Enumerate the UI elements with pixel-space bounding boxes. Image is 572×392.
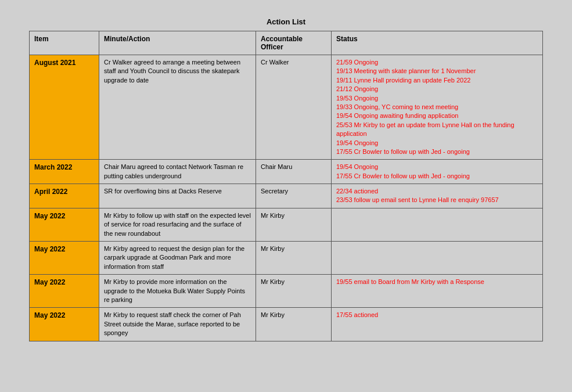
table-row: May 2022Mr Kirby to follow up with staff… [30,208,543,241]
status-line: 25/53 Mr Kirby to get an update from Lyn… [336,121,538,139]
accountable-cell: Mr Kirby [256,308,332,341]
table-row: August 2021Cr Walker agreed to arrange a… [30,55,543,160]
table-row: May 2022Mr Kirby to provide more informa… [30,275,543,308]
status-cell: 19/55 email to Board from Mr Kirby with … [332,275,543,308]
status-line: 17/55 actioned [336,311,538,319]
accountable-cell: Mr Kirby [256,275,332,308]
status-line: 17/55 Cr Bowler to follow up with Jed - … [336,148,538,156]
status-line: 17/55 Cr Bowler to follow up with Jed - … [336,172,538,181]
status-line: 21/59 Ongoing [336,58,538,67]
minute-cell: Mr Kirby to follow up with staff on the … [99,208,256,241]
minute-cell: SR for overflowing bins at Dacks Reserve [99,184,256,208]
minute-cell: Mr Kirby to request staff check the corn… [99,308,256,341]
item-cell: May 2022 [30,242,99,275]
status-line: 19/54 Ongoing awaiting funding applicati… [336,112,538,120]
header-status: Status [332,31,543,55]
status-cell: 21/59 Ongoing19/13 Meeting with skate pl… [332,55,543,160]
status-cell: 17/55 actioned [332,308,543,341]
table-row: May 2022Mr Kirby to request staff check … [30,308,543,341]
status-line: 19/54 Ongoing [336,163,538,171]
minute-cell: Mr Kirby to provide more information on … [99,275,256,308]
status-cell [332,208,543,241]
item-cell: May 2022 [30,275,99,308]
status-line: 19/13 Meeting with skate planner for 1 N… [336,67,538,75]
status-cell [332,242,543,275]
header-item: Item [30,31,99,55]
table-row: April 2022SR for overflowing bins at Dac… [30,184,543,208]
status-line: 19/54 Ongoing [336,139,538,148]
accountable-cell: Mr Kirby [256,242,332,275]
minute-cell: Cr Walker agreed to arrange a meeting be… [99,55,256,160]
header-minute: Minute/Action [99,31,256,55]
status-line: 22/34 actioned [336,187,538,196]
accountable-cell: Cr Walker [256,55,332,160]
page-title: Action List [29,17,543,26]
item-cell: August 2021 [30,55,99,160]
status-cell: 19/54 Ongoing17/55 Cr Bowler to follow u… [332,160,543,184]
status-cell: 22/34 actioned23/53 follow up email sent… [332,184,543,208]
status-line: 23/53 follow up email sent to Lynne Hall… [336,196,538,204]
status-line: 19/55 email to Board from Mr Kirby with … [336,278,538,286]
item-cell: April 2022 [30,184,99,208]
item-cell: May 2022 [30,308,99,341]
table-row: May 2022Mr Kirby agreed to request the d… [30,242,543,275]
status-line: 21/12 Ongoing [336,85,538,93]
accountable-cell: Secretary [256,184,332,208]
status-line: 19/53 Ongoing [336,94,538,103]
minute-cell: Chair Maru agreed to contact Network Tas… [99,160,256,184]
item-cell: May 2022 [30,208,99,241]
accountable-cell: Chair Maru [256,160,332,184]
status-line: 19/11 Lynne Hall providing an update Feb… [336,76,538,85]
minute-cell: Mr Kirby agreed to request the design pl… [99,242,256,275]
accountable-cell: Mr Kirby [256,208,332,241]
page-container: Action List Item Minute/Action Accountab… [12,12,560,392]
header-accountable: Accountable Officer [256,31,332,55]
status-line: 19/33 Ongoing, YC coming to next meeting [336,103,538,112]
table-row: March 2022Chair Maru agreed to contact N… [30,160,543,184]
action-list-table: Item Minute/Action Accountable Officer S… [29,31,543,341]
item-cell: March 2022 [30,160,99,184]
